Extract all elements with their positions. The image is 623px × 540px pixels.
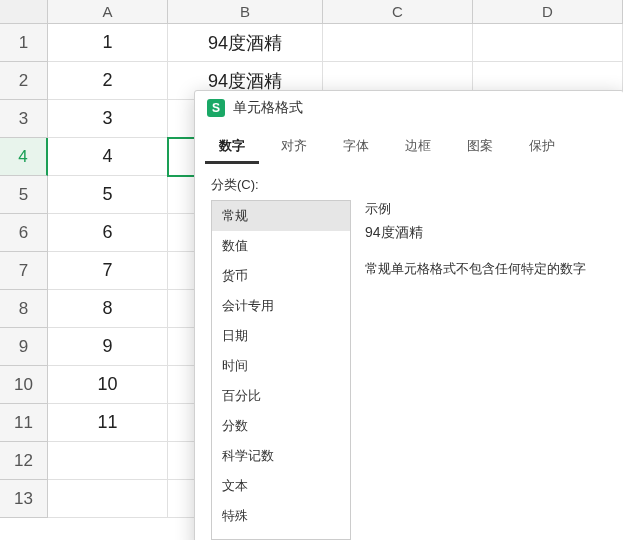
category-item[interactable]: 分数	[212, 411, 350, 441]
col-header-b[interactable]: B	[168, 0, 323, 24]
category-list[interactable]: 常规数值货币会计专用日期时间百分比分数科学记数文本特殊自定义	[211, 200, 351, 540]
row-header[interactable]: 2	[0, 62, 48, 100]
tab-0[interactable]: 数字	[205, 131, 259, 164]
row-header[interactable]: 3	[0, 100, 48, 138]
cell[interactable]	[473, 24, 623, 62]
category-item[interactable]: 日期	[212, 321, 350, 351]
tab-1[interactable]: 对齐	[267, 131, 321, 164]
cell[interactable]: 4	[48, 138, 168, 176]
cell[interactable]	[323, 24, 473, 62]
cell[interactable]: 8	[48, 290, 168, 328]
tab-2[interactable]: 字体	[329, 131, 383, 164]
cell[interactable]: 7	[48, 252, 168, 290]
sample-value: 94度酒精	[365, 224, 607, 242]
cell[interactable]: 94度酒精	[168, 24, 323, 62]
row-header[interactable]: 5	[0, 176, 48, 214]
row-header[interactable]: 4	[0, 138, 48, 176]
corner-cell[interactable]	[0, 0, 48, 24]
row-header[interactable]: 10	[0, 366, 48, 404]
row-header[interactable]: 12	[0, 442, 48, 480]
cell[interactable]: 1	[48, 24, 168, 62]
dialog-tabs: 数字对齐字体边框图案保护	[195, 125, 623, 164]
sample-label: 示例	[365, 200, 607, 218]
row-header[interactable]: 13	[0, 480, 48, 518]
row-header[interactable]: 1	[0, 24, 48, 62]
cell[interactable]: 2	[48, 62, 168, 100]
dialog-title-text: 单元格格式	[233, 99, 303, 117]
cell-format-dialog: S 单元格格式 数字对齐字体边框图案保护 分类(C): 常规数值货币会计专用日期…	[194, 90, 623, 540]
category-item[interactable]: 特殊	[212, 501, 350, 531]
row-header[interactable]: 7	[0, 252, 48, 290]
cell[interactable]: 3	[48, 100, 168, 138]
category-item[interactable]: 科学记数	[212, 441, 350, 471]
tab-3[interactable]: 边框	[391, 131, 445, 164]
category-item[interactable]: 百分比	[212, 381, 350, 411]
cell[interactable]: 5	[48, 176, 168, 214]
category-item[interactable]: 货币	[212, 261, 350, 291]
cell[interactable]	[48, 480, 168, 518]
row-header[interactable]: 6	[0, 214, 48, 252]
col-header-a[interactable]: A	[48, 0, 168, 24]
tab-5[interactable]: 保护	[515, 131, 569, 164]
cell[interactable]	[48, 442, 168, 480]
cell[interactable]: 10	[48, 366, 168, 404]
row-header[interactable]: 9	[0, 328, 48, 366]
category-label: 分类(C):	[211, 176, 607, 194]
cell[interactable]: 6	[48, 214, 168, 252]
row-header[interactable]: 11	[0, 404, 48, 442]
category-item[interactable]: 时间	[212, 351, 350, 381]
row-header[interactable]: 8	[0, 290, 48, 328]
category-item[interactable]: 文本	[212, 471, 350, 501]
col-header-c[interactable]: C	[323, 0, 473, 24]
cell[interactable]: 9	[48, 328, 168, 366]
format-description: 常规单元格格式不包含任何特定的数字	[365, 260, 607, 278]
category-item[interactable]: 数值	[212, 231, 350, 261]
tab-4[interactable]: 图案	[453, 131, 507, 164]
col-header-d[interactable]: D	[473, 0, 623, 24]
dialog-titlebar[interactable]: S 单元格格式	[195, 91, 623, 125]
app-icon: S	[207, 99, 225, 117]
category-item[interactable]: 会计专用	[212, 291, 350, 321]
category-item[interactable]: 自定义	[212, 531, 350, 540]
cell[interactable]: 11	[48, 404, 168, 442]
category-item[interactable]: 常规	[212, 201, 350, 231]
